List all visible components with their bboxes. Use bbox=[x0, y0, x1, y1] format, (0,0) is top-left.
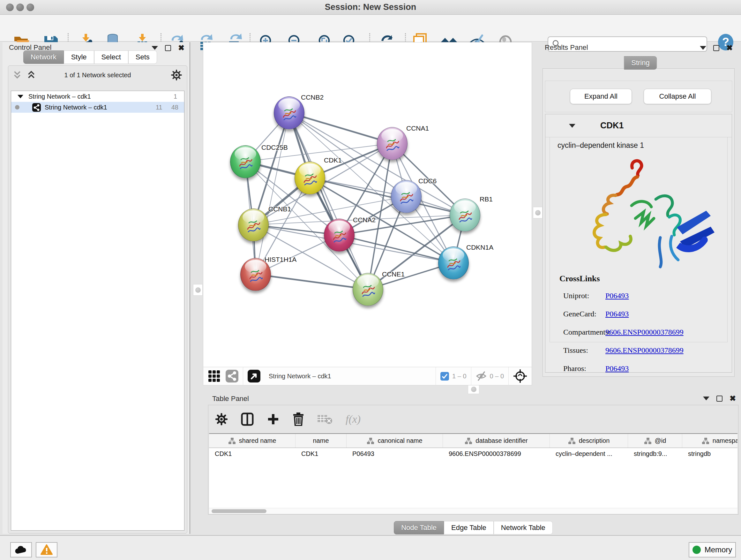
network-selection-status: 1 of 1 Network selected bbox=[8, 71, 187, 79]
network-node-ccna1[interactable] bbox=[377, 127, 408, 160]
export-view-icon[interactable] bbox=[248, 370, 260, 382]
collection-count: 1 bbox=[174, 93, 177, 100]
table-cell[interactable]: P06493 bbox=[347, 448, 443, 460]
panel-close-icon[interactable]: ✖ bbox=[726, 45, 733, 51]
panel-maximize-icon[interactable] bbox=[717, 395, 723, 401]
tab-sets[interactable]: Sets bbox=[128, 51, 157, 64]
crosslink-link[interactable]: 9606.ENSP00000378699 bbox=[605, 328, 684, 336]
network-node-ccnb2[interactable] bbox=[274, 97, 305, 129]
network-canvas[interactable]: CCNB2CCNA1CDC25BCDK1CDC6RB1CCNB1CCNA2CDK… bbox=[203, 43, 532, 367]
node-label-cdk1: CDK1 bbox=[324, 157, 342, 164]
tab-network-table[interactable]: Network Table bbox=[494, 521, 553, 535]
results-panel: Results Panel ✖ String Expand All Collap… bbox=[542, 42, 738, 383]
table-h-scrollbar[interactable] bbox=[209, 508, 738, 514]
tab-network[interactable]: Network bbox=[23, 51, 64, 64]
collapse-card-icon[interactable] bbox=[569, 124, 576, 128]
network-edge[interactable] bbox=[289, 113, 392, 143]
table-container: f(x) shared namenamecanonical namedataba… bbox=[208, 405, 738, 515]
expand-all-button[interactable]: Expand All bbox=[570, 89, 632, 104]
column-header-namespace[interactable]: namespace bbox=[682, 434, 738, 448]
column-header-canonical-name[interactable]: canonical name bbox=[347, 434, 443, 448]
network-node-cdkn1a[interactable] bbox=[438, 246, 469, 279]
column-header--id[interactable]: @id bbox=[628, 434, 682, 448]
scrollbar-thumb[interactable] bbox=[212, 509, 266, 513]
column-header-shared-name[interactable]: shared name bbox=[209, 434, 295, 448]
network-node-ccnb1[interactable] bbox=[238, 208, 269, 241]
network-node-cdk1[interactable] bbox=[294, 162, 325, 194]
table-toolbar: f(x) bbox=[208, 405, 738, 433]
table-cell[interactable]: cyclin–dependent ... bbox=[550, 448, 628, 460]
show-columns-icon[interactable] bbox=[241, 413, 254, 426]
memory-button[interactable]: Memory bbox=[689, 542, 736, 557]
node-label-ccna2: CCNA2 bbox=[353, 216, 376, 224]
network-tree-root-row[interactable]: String Network – cdk1 1 bbox=[11, 91, 184, 102]
network-share-icon[interactable] bbox=[226, 370, 239, 382]
status-bar: Memory bbox=[0, 535, 741, 560]
panel-maximize-icon[interactable] bbox=[713, 45, 719, 51]
table-cell[interactable]: stringdb bbox=[682, 448, 738, 460]
node-label-ccna1: CCNA1 bbox=[406, 125, 429, 132]
panel-maximize-icon[interactable] bbox=[165, 45, 171, 51]
table-cell[interactable]: 9606.ENSP00000378699 bbox=[443, 448, 550, 460]
network-edge[interactable] bbox=[256, 113, 289, 274]
tab-style[interactable]: Style bbox=[64, 51, 94, 64]
network-tree-row-selected[interactable]: String Network – cdk1 11 48 bbox=[11, 102, 184, 113]
crosslink-link[interactable]: P06493 bbox=[605, 364, 629, 373]
protein-card-header[interactable]: CDK1 bbox=[545, 114, 732, 137]
network-edge[interactable] bbox=[256, 274, 368, 289]
table-cell[interactable]: CDK1 bbox=[295, 448, 347, 460]
network-status-dot bbox=[15, 105, 19, 110]
add-column-icon[interactable] bbox=[267, 413, 279, 425]
tree-expand-icon[interactable] bbox=[17, 95, 23, 98]
crosslink-label: Compartments: bbox=[545, 328, 605, 336]
delete-table-icon bbox=[318, 414, 332, 425]
network-options-gear-icon[interactable] bbox=[171, 70, 182, 80]
node-count: 11 bbox=[156, 104, 162, 111]
network-list-box: 1 of 1 Network selected String Network –… bbox=[8, 65, 187, 534]
tab-select[interactable]: Select bbox=[94, 51, 128, 64]
panel-float-icon[interactable] bbox=[151, 46, 158, 50]
table-tabs: Node TableEdge TableNetwork Table bbox=[205, 521, 741, 535]
table-panel: Table Panel ✖ f(x) shared namenamecanoni… bbox=[205, 386, 741, 535]
network-node-cdc6[interactable] bbox=[391, 180, 421, 213]
table-cell[interactable]: CDK1 bbox=[209, 448, 295, 460]
table-cell[interactable]: stringdb:9... bbox=[628, 448, 682, 460]
delete-column-icon[interactable] bbox=[293, 413, 304, 426]
network-view: CCNB2CCNA1CDC25BCDK1CDC6RB1CCNB1CCNA2CDK… bbox=[203, 42, 532, 385]
column-header-database-identifier[interactable]: database identifier bbox=[443, 434, 550, 448]
collapse-all-button[interactable]: Collapse All bbox=[644, 89, 711, 104]
crosslink-link[interactable]: P06493 bbox=[605, 292, 629, 300]
network-view-toolbar: String Network – cdk1 1 – 0 0 – 0 bbox=[203, 367, 532, 385]
birdseye-toggle-icon[interactable] bbox=[513, 369, 527, 383]
panel-float-icon[interactable] bbox=[703, 396, 710, 400]
tab-node-table[interactable]: Node Table bbox=[394, 521, 444, 535]
network-node-cdc25b[interactable] bbox=[230, 145, 261, 178]
network-node-rb1[interactable] bbox=[450, 199, 480, 232]
panel-float-icon[interactable] bbox=[700, 46, 706, 50]
table-row[interactable]: CDK1CDK1P064939606.ENSP00000378699cyclin… bbox=[209, 448, 738, 460]
panel-close-icon[interactable]: ✖ bbox=[730, 395, 736, 401]
protein-name: CDK1 bbox=[600, 121, 624, 131]
right-splitter-handle[interactable] bbox=[533, 207, 542, 219]
node-table: shared namenamecanonical namedatabase id… bbox=[209, 433, 738, 512]
panel-close-icon[interactable]: ✖ bbox=[178, 45, 185, 51]
cloud-button[interactable] bbox=[10, 542, 32, 557]
column-header-name[interactable]: name bbox=[295, 434, 347, 448]
tab-edge-table[interactable]: Edge Table bbox=[444, 521, 494, 535]
crosslink-link[interactable]: P06493 bbox=[605, 310, 629, 318]
hidden-eye-icon bbox=[476, 371, 487, 381]
network-node-ccne1[interactable] bbox=[353, 273, 383, 306]
column-header-description[interactable]: description bbox=[550, 434, 628, 448]
table-options-gear-icon[interactable] bbox=[215, 413, 227, 425]
crosslinks-heading: CrossLinks bbox=[559, 274, 600, 284]
birdseye-grid-icon[interactable] bbox=[208, 370, 220, 382]
tab-string[interactable]: String bbox=[624, 56, 657, 70]
control-panel-tabs: NetworkStyleSelectSets bbox=[23, 51, 157, 64]
network-edge[interactable] bbox=[289, 113, 368, 289]
main-toolbar: ? bbox=[0, 15, 741, 42]
crosslink-link[interactable]: 9606.ENSP00000378699 bbox=[605, 346, 684, 355]
left-splitter-handle[interactable] bbox=[193, 284, 203, 296]
network-node-ccna2[interactable] bbox=[324, 219, 354, 252]
selected-checkbox-icon[interactable] bbox=[441, 372, 449, 381]
warning-button[interactable] bbox=[36, 542, 57, 557]
